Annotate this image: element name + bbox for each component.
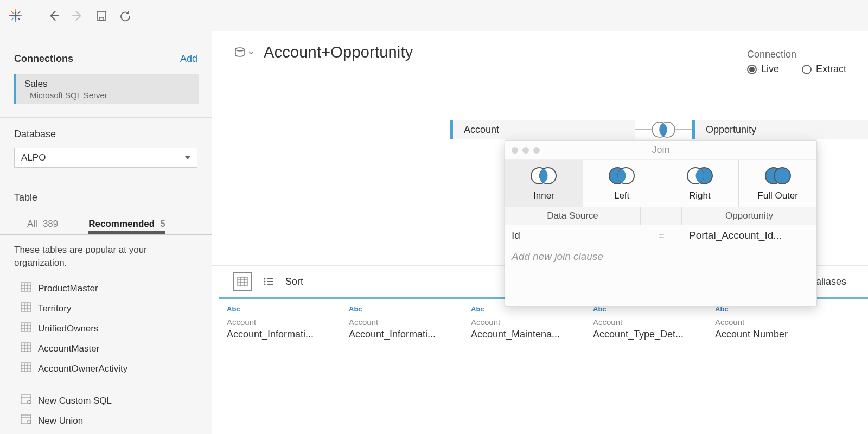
sidebar: Connections Add Sales Microsoft SQL Serv… <box>0 31 212 434</box>
join-type-right[interactable]: Right <box>661 160 739 207</box>
join-type-left[interactable]: Left <box>583 160 661 207</box>
add-connection-link[interactable]: Add <box>180 53 197 65</box>
refresh-button[interactable] <box>116 6 135 25</box>
table-icon <box>21 362 31 375</box>
back-button[interactable] <box>44 6 63 25</box>
svg-point-52 <box>264 284 266 285</box>
svg-line-8 <box>11 18 14 20</box>
connection-item[interactable]: Sales Microsoft SQL Server <box>14 74 199 104</box>
svg-rect-22 <box>21 323 31 331</box>
grid-view-button[interactable] <box>233 272 252 291</box>
forward-button[interactable] <box>68 6 87 25</box>
table-item[interactable]: AccountOwnerActivity <box>14 359 197 379</box>
table-tabs: All 389 Recommended 5 <box>0 214 212 234</box>
join-clause-row[interactable]: Id = Portal_Account_Id... <box>505 225 816 246</box>
column-header[interactable]: Abc Account Account Number <box>707 299 848 350</box>
join-type-full[interactable]: Full Outer <box>739 160 816 207</box>
svg-line-6 <box>11 11 14 14</box>
table-pill-right[interactable]: Opportunity <box>692 120 868 139</box>
table-label: Table <box>0 181 212 211</box>
database-value: ALPO <box>21 152 46 163</box>
new-union[interactable]: New Union <box>14 411 197 431</box>
column-header[interactable]: Abc Account Account_Type_Det... <box>585 299 707 350</box>
union-icon <box>21 414 31 427</box>
column-header[interactable]: Abc Account Account_Maintena... <box>463 299 585 350</box>
svg-point-39 <box>27 400 30 404</box>
connections-heading: Connections <box>14 53 73 65</box>
divider <box>34 7 34 25</box>
datasource-icon[interactable] <box>233 45 254 60</box>
tab-all[interactable]: All 389 <box>27 214 58 234</box>
new-custom-sql[interactable]: New Custom SQL <box>14 391 197 411</box>
tableau-logo-icon <box>8 8 24 24</box>
table-icon <box>21 342 31 355</box>
table-item[interactable]: AccountMaster <box>14 339 197 359</box>
svg-point-42 <box>235 48 244 51</box>
join-header-right: Opportunity <box>682 207 816 225</box>
column-header[interactable]: Abc Account Account_Informati... <box>341 299 463 350</box>
recommended-hint: These tables are popular at your organiz… <box>0 235 212 275</box>
sort-label[interactable]: Sort <box>285 276 303 288</box>
database-dropdown[interactable]: ALPO <box>14 148 197 168</box>
svg-rect-12 <box>21 283 31 291</box>
connection-name: Sales <box>24 79 190 90</box>
join-icon[interactable] <box>650 119 677 143</box>
table-item[interactable]: Territory <box>14 298 197 318</box>
join-type-inner[interactable]: Inner <box>505 160 583 207</box>
table-list: ProductMaster Territory UnifiedOwners Ac… <box>0 275 212 434</box>
table-item[interactable]: ProductMaster <box>14 278 197 298</box>
dialog-title: Join <box>505 144 816 156</box>
table-icon <box>21 302 31 315</box>
canvas: Account+Opportunity Connection Live Extr… <box>212 31 868 434</box>
chevron-down-icon <box>185 156 190 159</box>
table-icon <box>21 322 31 335</box>
database-label: Database <box>0 118 212 148</box>
table-item[interactable]: UnifiedOwners <box>14 318 197 339</box>
svg-point-63 <box>774 168 790 184</box>
svg-line-7 <box>18 18 20 20</box>
join-header-left: Data Source <box>505 207 641 225</box>
svg-rect-32 <box>21 363 31 372</box>
svg-rect-27 <box>21 343 31 352</box>
svg-rect-17 <box>21 303 31 311</box>
connection-type: Microsoft SQL Server <box>24 90 190 100</box>
svg-point-50 <box>264 278 266 280</box>
svg-rect-10 <box>97 11 106 20</box>
top-toolbar <box>0 0 868 31</box>
column-header[interactable]: Abc Account Account_Informati... <box>219 299 341 350</box>
tab-recommended[interactable]: Recommended 5 <box>88 214 165 234</box>
table-icon <box>21 282 31 295</box>
table-pill-left[interactable]: Account <box>450 120 635 139</box>
custom-sql-icon <box>21 394 31 407</box>
save-button[interactable] <box>92 6 111 25</box>
svg-point-51 <box>264 281 266 283</box>
add-join-clause[interactable]: Add new join clause <box>505 246 816 268</box>
svg-line-9 <box>18 11 20 14</box>
datasource-title[interactable]: Account+Opportunity <box>264 43 413 61</box>
join-dialog: Join Inner Left Right Full Outer <box>505 140 817 307</box>
list-view-button[interactable] <box>259 272 278 291</box>
svg-rect-45 <box>238 277 247 286</box>
